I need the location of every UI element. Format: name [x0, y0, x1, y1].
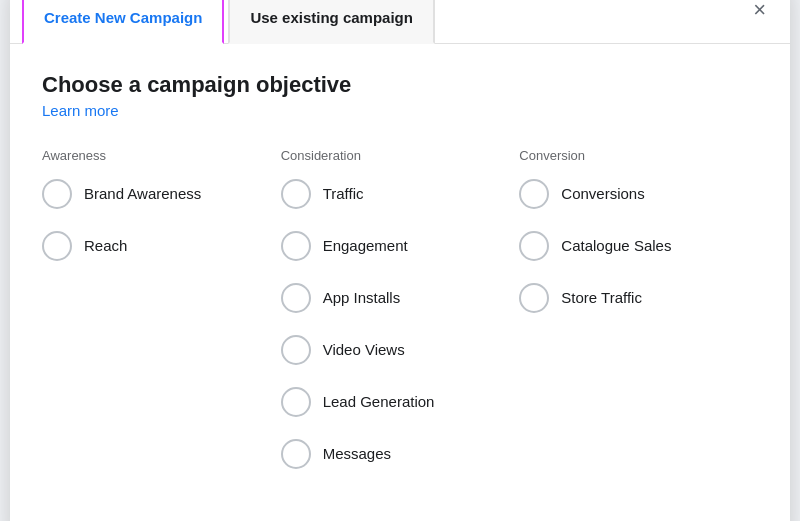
- option-item-video-views[interactable]: Video Views: [281, 335, 504, 365]
- close-button[interactable]: ×: [745, 0, 774, 25]
- radio-catalogue-sales: [519, 231, 549, 261]
- column-header-1: Consideration: [281, 148, 504, 163]
- option-label-app-installs: App Installs: [323, 289, 401, 306]
- learn-more-link[interactable]: Learn more: [42, 102, 119, 119]
- tab-create-new-campaign[interactable]: Create New Campaign: [22, 0, 224, 44]
- option-label-catalogue-sales: Catalogue Sales: [561, 237, 671, 254]
- modal-body: Choose a campaign objective Learn more A…: [10, 44, 790, 507]
- column-awareness: AwarenessBrand AwarenessReach: [42, 148, 281, 491]
- option-item-reach[interactable]: Reach: [42, 231, 265, 261]
- option-label-engagement: Engagement: [323, 237, 408, 254]
- option-label-reach: Reach: [84, 237, 127, 254]
- option-item-engagement[interactable]: Engagement: [281, 231, 504, 261]
- option-item-lead-generation[interactable]: Lead Generation: [281, 387, 504, 417]
- radio-traffic: [281, 179, 311, 209]
- column-header-0: Awareness: [42, 148, 265, 163]
- radio-lead-generation: [281, 387, 311, 417]
- radio-reach: [42, 231, 72, 261]
- radio-conversions: [519, 179, 549, 209]
- option-item-conversions[interactable]: Conversions: [519, 179, 742, 209]
- option-label-traffic: Traffic: [323, 185, 364, 202]
- option-label-store-traffic: Store Traffic: [561, 289, 642, 306]
- option-item-messages[interactable]: Messages: [281, 439, 504, 469]
- option-item-store-traffic[interactable]: Store Traffic: [519, 283, 742, 313]
- campaign-modal: Create New Campaign Use existing campaig…: [10, 0, 790, 521]
- option-item-traffic[interactable]: Traffic: [281, 179, 504, 209]
- option-label-conversions: Conversions: [561, 185, 644, 202]
- tab-use-existing-campaign[interactable]: Use existing campaign: [228, 0, 435, 44]
- option-label-video-views: Video Views: [323, 341, 405, 358]
- modal-title: Choose a campaign objective: [42, 72, 758, 98]
- radio-engagement: [281, 231, 311, 261]
- option-item-catalogue-sales[interactable]: Catalogue Sales: [519, 231, 742, 261]
- radio-brand-awareness: [42, 179, 72, 209]
- column-consideration: ConsiderationTrafficEngagementApp Instal…: [281, 148, 520, 491]
- option-item-brand-awareness[interactable]: Brand Awareness: [42, 179, 265, 209]
- tabs-container: Create New Campaign Use existing campaig…: [10, 0, 790, 44]
- option-label-messages: Messages: [323, 445, 391, 462]
- radio-store-traffic: [519, 283, 549, 313]
- radio-messages: [281, 439, 311, 469]
- radio-video-views: [281, 335, 311, 365]
- option-item-app-installs[interactable]: App Installs: [281, 283, 504, 313]
- objectives-grid: AwarenessBrand AwarenessReachConsiderati…: [42, 148, 758, 491]
- option-label-brand-awareness: Brand Awareness: [84, 185, 201, 202]
- option-label-lead-generation: Lead Generation: [323, 393, 435, 410]
- column-header-2: Conversion: [519, 148, 742, 163]
- radio-app-installs: [281, 283, 311, 313]
- column-conversion: ConversionConversionsCatalogue SalesStor…: [519, 148, 758, 491]
